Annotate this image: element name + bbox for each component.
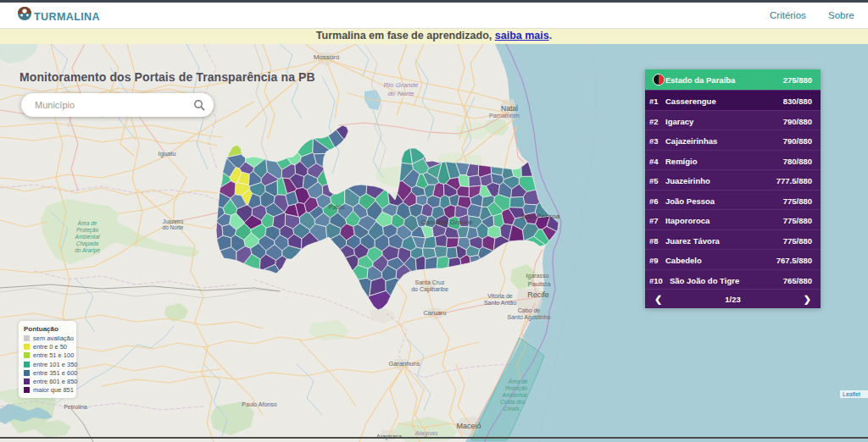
svg-text:Alagoas: Alagoas — [414, 429, 437, 437]
svg-text:Cabo de: Cabo de — [518, 307, 541, 313]
svg-text:Paulo Afonso: Paulo Afonso — [242, 401, 276, 407]
svg-text:Mossoró: Mossoró — [314, 53, 340, 61]
svg-text:Proteção: Proteção — [505, 385, 527, 392]
svg-text:Santa Cruz: Santa Cruz — [415, 279, 445, 285]
svg-text:do Norte: do Norte — [163, 224, 184, 230]
svg-text:Costa dos: Costa dos — [500, 399, 526, 405]
svg-text:Igarassu: Igarassu — [526, 273, 549, 279]
svg-text:Maceió: Maceió — [456, 422, 481, 430]
svg-text:Juazeiro: Juazeiro — [163, 218, 184, 224]
svg-text:Vitória de: Vitória de — [487, 293, 513, 299]
svg-text:do Norte: do Norte — [388, 90, 415, 97]
svg-text:Caruaru: Caruaru — [423, 309, 446, 317]
svg-text:Petrolina: Petrolina — [64, 404, 87, 410]
svg-text:Paulista: Paulista — [528, 280, 552, 288]
svg-text:Campina Grande: Campina Grande — [421, 218, 473, 226]
svg-text:Área de: Área de — [77, 219, 97, 226]
svg-text:Parnamirim: Parnamirim — [489, 113, 520, 119]
svg-text:Garanhuns: Garanhuns — [388, 360, 420, 367]
svg-text:Iguatu: Iguatu — [159, 150, 176, 157]
svg-text:Proteção: Proteção — [76, 227, 98, 234]
svg-text:Santo Agostinho: Santo Agostinho — [508, 314, 551, 321]
svg-text:Área de: Área de — [508, 378, 528, 384]
svg-text:Ambiental: Ambiental — [75, 234, 100, 240]
svg-text:do Araripe: do Araripe — [75, 247, 100, 254]
svg-text:do Capibaribe: do Capibaribe — [411, 286, 448, 293]
svg-text:Chapada: Chapada — [76, 240, 99, 247]
svg-text:Recife: Recife — [527, 290, 549, 299]
svg-text:Rio Grande: Rio Grande — [384, 81, 419, 89]
svg-text:Santo Antão: Santo Antão — [484, 300, 516, 306]
svg-text:Natal: Natal — [501, 104, 518, 113]
svg-text:Patos: Patos — [328, 203, 344, 211]
svg-text:João Pessoa: João Pessoa — [520, 213, 560, 220]
svg-text:Córais: Córais — [504, 406, 520, 412]
svg-text:Ambiental: Ambiental — [502, 392, 527, 398]
